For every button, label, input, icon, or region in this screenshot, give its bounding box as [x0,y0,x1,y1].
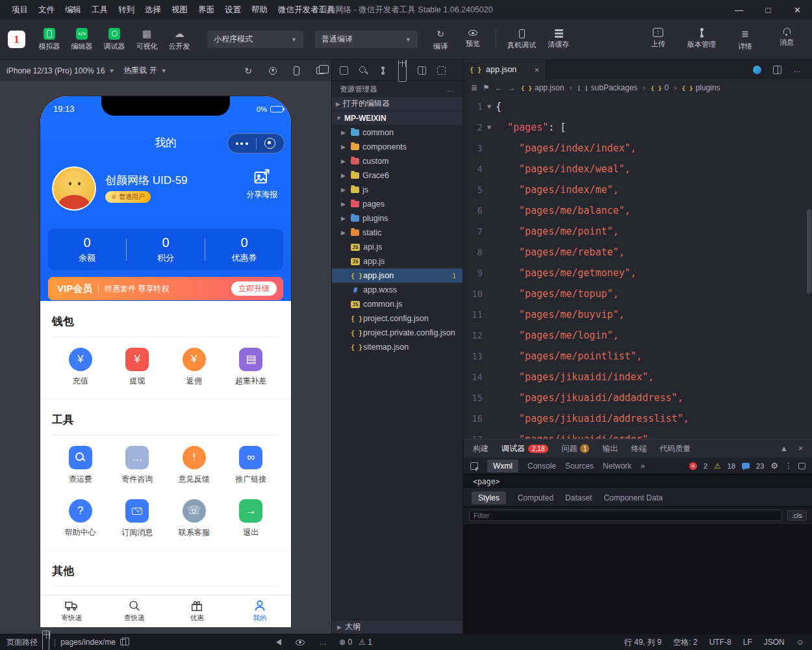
file-item-sitemap-json[interactable]: { }sitemap.json [332,340,463,354]
folder-item-components[interactable]: ▶components [332,140,463,154]
tab-terminal[interactable]: 终端 [631,443,646,454]
wallet-item-overweight[interactable]: ▤ 超重补差 [223,348,280,387]
editor-button[interactable]: </> 编辑器 [66,28,98,51]
errors-status[interactable]: ⊗ 0 [339,638,352,647]
version-manage-button[interactable]: 版本管理 [683,28,720,51]
folder-item-static[interactable]: ▶static [332,226,463,240]
tool-item-promo-link[interactable]: ∞ 推广链接 [223,446,280,485]
outline-list-icon[interactable]: ≣ [471,83,477,92]
close-panel-icon[interactable]: × [798,444,803,453]
upload-button[interactable]: ↑ 上传 [642,28,674,51]
file-item-api-js[interactable]: JSapi.js [332,240,463,254]
tab-build[interactable]: 构建 [473,443,488,454]
stat-balance[interactable]: 0 余额 [48,235,126,264]
more-icon[interactable] [228,142,256,145]
page-path-label[interactable]: 页面路径 [6,637,38,648]
hot-reload-toggle[interactable]: 热重载 开 ▼ [123,65,166,76]
sim-more-icon[interactable]: … [319,638,327,647]
element-tag[interactable]: <page> [473,477,500,486]
extensions-icon[interactable] [398,58,407,82]
tool-item-logout[interactable]: → 退出 [223,499,280,538]
dock-side-icon[interactable] [798,463,806,469]
tab-component-data[interactable]: Component Data [603,493,663,502]
language-mode[interactable]: JSON [764,638,785,647]
upgrade-button[interactable]: 立即升级 [231,281,277,296]
editor-scrollbar[interactable] [807,209,811,294]
inspect-element-icon[interactable] [470,462,478,470]
refresh-icon[interactable]: ↻ [244,66,252,76]
page-path-value[interactable]: pages/index/me [60,638,116,647]
tab-code-quality[interactable]: 代码质量 [659,443,691,454]
clear-cache-button[interactable]: 清缓存 [540,29,577,49]
devtools-settings-icon[interactable]: ⚙ [770,461,778,471]
remote-debug-button[interactable]: 真机调试 [503,29,540,50]
tool-item-feedback[interactable]: ! 意见反馈 [166,446,223,485]
tab-sources[interactable]: Sources [565,462,594,471]
menu-file[interactable]: 文件 [33,5,60,16]
menu-select[interactable]: 选择 [140,5,166,16]
file-item-app-js[interactable]: JSapp.js [332,254,463,268]
minimize-button[interactable]: — [724,0,754,20]
tab-dataset[interactable]: Dataset [565,493,592,502]
maximize-button[interactable]: □ [754,0,783,20]
wallet-item-rebate[interactable]: ¥ 返佣 [166,348,223,387]
source-control-icon[interactable] [379,66,387,75]
menu-settings[interactable]: 设置 [220,5,246,16]
capsule-menu[interactable] [227,133,285,153]
visualizer-button[interactable]: ▦ 可视化 [131,28,163,51]
folder-item-common[interactable]: ▶common [332,125,463,140]
open-editors-section[interactable]: ▶ 打开的编辑器 [332,97,463,111]
project-root[interactable]: ▼ MP-WEIXIN [332,111,463,125]
fold-icon[interactable]: ▼ [483,117,496,138]
debugger-button[interactable]: 调试器 [98,28,131,51]
feedback-icon[interactable]: ☺ [796,638,804,647]
avatar[interactable] [52,166,96,211]
menu-view[interactable]: 视图 [166,5,193,16]
tab-styles[interactable]: Styles [472,491,506,504]
wxml-element-tree[interactable]: <page> [464,474,812,489]
cloud-dev-button[interactable]: ☁ 云开发 [163,28,196,51]
collapse-panel-icon[interactable]: ▲ [780,444,788,453]
file-item-app-json[interactable]: { }app.json1 [332,268,463,283]
files-panel-icon[interactable] [340,66,348,75]
back-icon[interactable]: ← [495,83,503,92]
file-item-app-wxss[interactable]: #app.wxss [332,283,463,297]
folder-item-custom[interactable]: ▶custom [332,154,463,168]
menu-tools[interactable]: 工具 [86,5,113,16]
tab-problems[interactable]: 问题1 [561,443,589,454]
device-frame-icon[interactable] [294,66,299,75]
split-editor-icon[interactable] [773,66,781,74]
copy-icon[interactable] [120,639,126,645]
simulator-button[interactable]: 模拟器 [33,28,66,51]
more-actions-icon[interactable]: … [447,85,455,93]
wallet-item-recharge[interactable]: ¥ 充值 [52,348,109,387]
sync-status-icon[interactable] [753,66,761,74]
menu-help[interactable]: 帮助 [246,5,273,16]
menu-edit[interactable]: 编辑 [60,5,86,16]
tool-item-help[interactable]: ? 帮助中心 [52,499,109,538]
tab-send-express[interactable]: 寄快递 [40,595,103,627]
file-item-common-js[interactable]: JScommon.js [332,297,463,311]
folder-item-grace6[interactable]: ▶Grace6 [332,168,463,183]
encoding[interactable]: UTF-8 [709,638,731,647]
editor-more-icon[interactable]: … [793,65,802,74]
tab-coupons[interactable]: 优惠 [166,595,229,627]
tool-item-consult[interactable]: … 寄件咨询 [109,446,166,485]
eol[interactable]: LF [743,638,752,647]
vip-banner[interactable]: VIP会员 特惠套件 尊享特权 立即升级 [48,277,283,300]
compile-mode-dropdown[interactable]: 普通编译 ▼ [315,31,418,48]
crumb-0[interactable]: { }0 [651,83,669,92]
detach-window-icon[interactable] [316,67,325,74]
tab-wxml[interactable]: Wxml [487,460,518,473]
tab-output[interactable]: 输出 [602,443,618,454]
crumb-plugins[interactable]: { }plugins [681,83,720,92]
search-icon[interactable] [359,66,368,75]
tool-item-freight[interactable]: 查运费 [52,446,109,485]
forward-icon[interactable]: → [508,83,516,92]
close-tab-icon[interactable]: × [534,65,539,75]
file-item-project-config[interactable]: { }project.config.json [332,311,463,326]
stat-points[interactable]: 0 积分 [127,235,205,264]
menu-project[interactable]: 项目 [6,5,33,16]
tool-item-service[interactable]: ☏ 联系客服 [166,499,223,538]
share-poster-button[interactable]: 分享海报 [242,168,282,200]
